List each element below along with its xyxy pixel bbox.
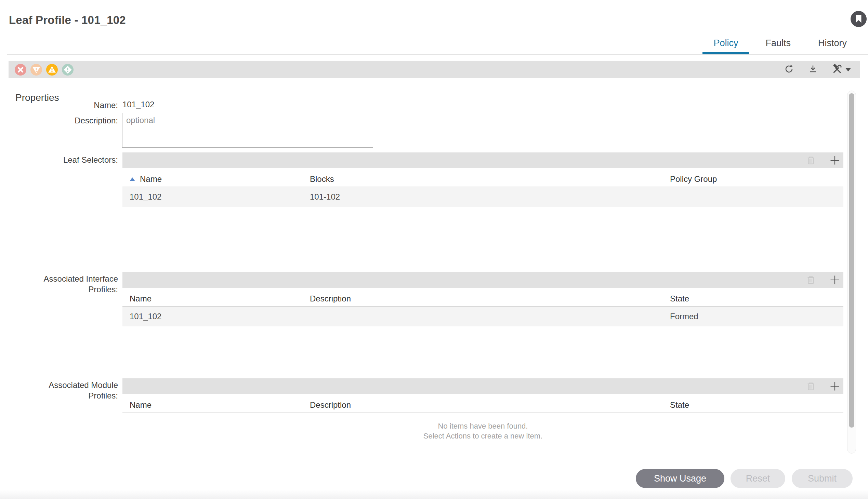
fault-badge-group — [15, 64, 73, 75]
column-header-description[interactable]: Description — [310, 400, 670, 410]
tab-faults[interactable]: Faults — [754, 35, 802, 52]
column-header-state[interactable]: State — [670, 294, 843, 304]
description-input[interactable] — [122, 113, 373, 148]
tools-menu-button[interactable] — [831, 63, 851, 76]
footer-band — [0, 490, 868, 499]
bookmark-button[interactable] — [851, 11, 867, 27]
trash-icon — [806, 281, 816, 286]
leaf-selectors-label: Leaf Selectors: — [29, 155, 118, 165]
associated-interface-profiles-toolbar — [122, 272, 843, 288]
header-divider — [7, 54, 868, 55]
sort-ascending-icon — [130, 178, 135, 181]
associated-module-profiles-toolbar — [122, 378, 843, 394]
delete-leaf-selector-button[interactable] — [806, 155, 816, 166]
associated-interface-profiles-label: Associated Interface Profiles: — [29, 273, 118, 295]
cell-name: 101_102 — [122, 192, 310, 202]
associated-interface-profiles-section: Name Description State 101_102 Formed — [122, 272, 843, 326]
associated-module-profiles-section: Name Description State No items have bee… — [122, 378, 843, 441]
submit-button[interactable]: Submit — [792, 469, 853, 488]
leaf-selectors-toolbar — [122, 153, 843, 168]
column-header-blocks[interactable]: Blocks — [310, 174, 670, 184]
table-header-divider — [122, 413, 843, 413]
download-icon — [807, 63, 818, 75]
caret-down-icon — [845, 68, 851, 71]
plus-icon — [830, 387, 840, 392]
toolbar-actions — [784, 63, 854, 76]
tab-bar: Policy Faults History — [702, 35, 858, 52]
panel-left-border — [3, 0, 3, 499]
empty-message-line1: No items have been found. — [122, 421, 843, 431]
reset-button[interactable]: Reset — [730, 469, 785, 488]
warning-fault-badge[interactable] — [62, 64, 73, 75]
circle-x-icon — [15, 71, 26, 76]
column-header-state[interactable]: State — [670, 400, 843, 410]
critical-fault-badge[interactable] — [15, 64, 26, 75]
column-header-name[interactable]: Name — [122, 400, 310, 410]
name-label: Name: — [29, 100, 118, 110]
associated-module-profiles-label: Associated Module Profiles: — [29, 380, 118, 401]
diamond-exclamation-icon — [62, 71, 73, 76]
triangle-exclamation-icon — [46, 71, 58, 76]
column-header-policy-group[interactable]: Policy Group — [670, 174, 843, 184]
empty-message-line2: Select Actions to create a new item. — [122, 431, 843, 441]
download-button[interactable] — [807, 63, 818, 75]
refresh-icon — [784, 63, 795, 75]
column-header-description[interactable]: Description — [310, 294, 670, 304]
delete-module-profile-button[interactable] — [806, 381, 816, 391]
plus-icon — [830, 161, 840, 167]
inverted-triangle-exclamation-icon — [31, 71, 42, 76]
cell-name: 101_102 — [122, 312, 310, 321]
add-leaf-selector-button[interactable] — [830, 155, 840, 166]
interface-profiles-header-row: Name Description State — [122, 293, 843, 305]
leaf-selector-row[interactable]: 101_102 101-102 — [122, 187, 843, 207]
plus-icon — [830, 281, 840, 286]
bookmark-icon — [851, 23, 867, 28]
leaf-selectors-header-row: Name Blocks Policy Group — [122, 173, 843, 185]
description-label: Description: — [29, 115, 118, 126]
name-value: 101_102 — [122, 100, 154, 109]
column-header-name[interactable]: Name — [122, 174, 310, 184]
module-profiles-header-row: Name Description State — [122, 399, 843, 411]
cell-state: Formed — [670, 312, 843, 321]
show-usage-button[interactable]: Show Usage — [636, 469, 724, 488]
refresh-button[interactable] — [784, 63, 795, 75]
page-title: Leaf Profile - 101_102 — [9, 14, 126, 27]
trash-icon — [806, 161, 816, 167]
empty-table-message: No items have been found. Select Actions… — [122, 421, 843, 441]
add-interface-profile-button[interactable] — [830, 275, 840, 285]
vertical-scrollbar-thumb[interactable] — [849, 93, 854, 428]
column-header-name[interactable]: Name — [122, 294, 310, 304]
interface-profile-row[interactable]: 101_102 Formed — [122, 307, 843, 326]
tools-icon — [831, 63, 843, 76]
tab-policy[interactable]: Policy — [702, 35, 749, 52]
trash-icon — [806, 387, 816, 392]
leaf-selectors-section: Name Blocks Policy Group 101_102 101-102 — [122, 153, 843, 207]
cell-blocks: 101-102 — [310, 192, 670, 202]
major-fault-badge[interactable] — [31, 64, 42, 75]
delete-interface-profile-button[interactable] — [806, 275, 816, 285]
tab-history[interactable]: History — [807, 35, 858, 52]
minor-fault-badge[interactable] — [46, 64, 58, 75]
toolbar — [9, 61, 860, 78]
leaf-profile-panel: Leaf Profile - 101_102 Policy Faults His… — [0, 0, 868, 499]
column-header-label: Name — [140, 174, 162, 184]
add-module-profile-button[interactable] — [830, 381, 840, 391]
